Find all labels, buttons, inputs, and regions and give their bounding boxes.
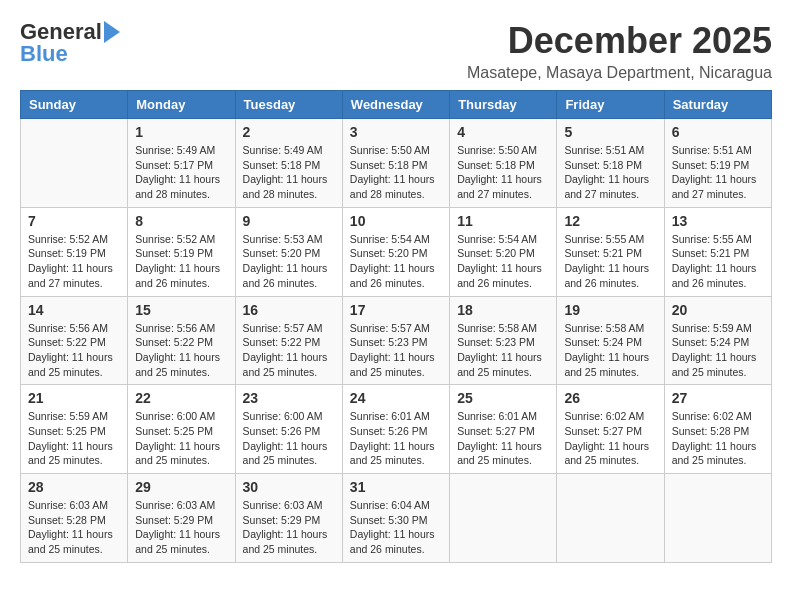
week-row-4: 21Sunrise: 5:59 AM Sunset: 5:25 PM Dayli… bbox=[21, 385, 772, 474]
cell-text: Sunrise: 5:51 AM Sunset: 5:18 PM Dayligh… bbox=[564, 143, 656, 202]
week-row-1: 1Sunrise: 5:49 AM Sunset: 5:17 PM Daylig… bbox=[21, 119, 772, 208]
cell-text: Sunrise: 5:54 AM Sunset: 5:20 PM Dayligh… bbox=[350, 232, 442, 291]
title-area: December 2025 Masatepe, Masaya Departmen… bbox=[467, 20, 772, 82]
cell-text: Sunrise: 5:59 AM Sunset: 5:25 PM Dayligh… bbox=[28, 409, 120, 468]
calendar-cell: 14Sunrise: 5:56 AM Sunset: 5:22 PM Dayli… bbox=[21, 296, 128, 385]
calendar-cell: 16Sunrise: 5:57 AM Sunset: 5:22 PM Dayli… bbox=[235, 296, 342, 385]
cell-text: Sunrise: 5:58 AM Sunset: 5:23 PM Dayligh… bbox=[457, 321, 549, 380]
cell-text: Sunrise: 5:49 AM Sunset: 5:17 PM Dayligh… bbox=[135, 143, 227, 202]
cell-text: Sunrise: 5:52 AM Sunset: 5:19 PM Dayligh… bbox=[135, 232, 227, 291]
cell-text: Sunrise: 6:03 AM Sunset: 5:29 PM Dayligh… bbox=[243, 498, 335, 557]
cell-text: Sunrise: 5:57 AM Sunset: 5:23 PM Dayligh… bbox=[350, 321, 442, 380]
day-number: 26 bbox=[564, 390, 656, 406]
cell-text: Sunrise: 5:58 AM Sunset: 5:24 PM Dayligh… bbox=[564, 321, 656, 380]
month-title: December 2025 bbox=[467, 20, 772, 62]
logo-blue: Blue bbox=[20, 43, 68, 65]
calendar-cell: 30Sunrise: 6:03 AM Sunset: 5:29 PM Dayli… bbox=[235, 474, 342, 563]
day-number: 11 bbox=[457, 213, 549, 229]
calendar-cell: 24Sunrise: 6:01 AM Sunset: 5:26 PM Dayli… bbox=[342, 385, 449, 474]
cell-text: Sunrise: 5:54 AM Sunset: 5:20 PM Dayligh… bbox=[457, 232, 549, 291]
day-number: 12 bbox=[564, 213, 656, 229]
cell-text: Sunrise: 5:52 AM Sunset: 5:19 PM Dayligh… bbox=[28, 232, 120, 291]
day-header-thursday: Thursday bbox=[450, 91, 557, 119]
calendar-cell: 23Sunrise: 6:00 AM Sunset: 5:26 PM Dayli… bbox=[235, 385, 342, 474]
day-header-saturday: Saturday bbox=[664, 91, 771, 119]
calendar-cell: 18Sunrise: 5:58 AM Sunset: 5:23 PM Dayli… bbox=[450, 296, 557, 385]
day-number: 31 bbox=[350, 479, 442, 495]
day-number: 13 bbox=[672, 213, 764, 229]
calendar-cell: 31Sunrise: 6:04 AM Sunset: 5:30 PM Dayli… bbox=[342, 474, 449, 563]
calendar-cell: 21Sunrise: 5:59 AM Sunset: 5:25 PM Dayli… bbox=[21, 385, 128, 474]
calendar-cell bbox=[450, 474, 557, 563]
week-row-2: 7Sunrise: 5:52 AM Sunset: 5:19 PM Daylig… bbox=[21, 207, 772, 296]
cell-text: Sunrise: 5:56 AM Sunset: 5:22 PM Dayligh… bbox=[135, 321, 227, 380]
calendar-cell: 15Sunrise: 5:56 AM Sunset: 5:22 PM Dayli… bbox=[128, 296, 235, 385]
day-number: 9 bbox=[243, 213, 335, 229]
calendar-cell: 10Sunrise: 5:54 AM Sunset: 5:20 PM Dayli… bbox=[342, 207, 449, 296]
day-number: 27 bbox=[672, 390, 764, 406]
day-number: 4 bbox=[457, 124, 549, 140]
cell-text: Sunrise: 6:02 AM Sunset: 5:28 PM Dayligh… bbox=[672, 409, 764, 468]
day-number: 14 bbox=[28, 302, 120, 318]
day-header-wednesday: Wednesday bbox=[342, 91, 449, 119]
calendar-cell: 3Sunrise: 5:50 AM Sunset: 5:18 PM Daylig… bbox=[342, 119, 449, 208]
cell-text: Sunrise: 5:57 AM Sunset: 5:22 PM Dayligh… bbox=[243, 321, 335, 380]
calendar-cell: 20Sunrise: 5:59 AM Sunset: 5:24 PM Dayli… bbox=[664, 296, 771, 385]
cell-text: Sunrise: 6:00 AM Sunset: 5:26 PM Dayligh… bbox=[243, 409, 335, 468]
calendar-cell: 4Sunrise: 5:50 AM Sunset: 5:18 PM Daylig… bbox=[450, 119, 557, 208]
calendar-cell bbox=[664, 474, 771, 563]
calendar-cell: 27Sunrise: 6:02 AM Sunset: 5:28 PM Dayli… bbox=[664, 385, 771, 474]
logo-general: General bbox=[20, 21, 102, 43]
day-number: 16 bbox=[243, 302, 335, 318]
day-number: 1 bbox=[135, 124, 227, 140]
day-number: 18 bbox=[457, 302, 549, 318]
day-header-monday: Monday bbox=[128, 91, 235, 119]
day-number: 30 bbox=[243, 479, 335, 495]
day-number: 15 bbox=[135, 302, 227, 318]
day-number: 7 bbox=[28, 213, 120, 229]
week-row-5: 28Sunrise: 6:03 AM Sunset: 5:28 PM Dayli… bbox=[21, 474, 772, 563]
day-number: 3 bbox=[350, 124, 442, 140]
day-number: 23 bbox=[243, 390, 335, 406]
day-number: 10 bbox=[350, 213, 442, 229]
calendar-cell: 6Sunrise: 5:51 AM Sunset: 5:19 PM Daylig… bbox=[664, 119, 771, 208]
calendar-cell: 22Sunrise: 6:00 AM Sunset: 5:25 PM Dayli… bbox=[128, 385, 235, 474]
calendar-cell: 5Sunrise: 5:51 AM Sunset: 5:18 PM Daylig… bbox=[557, 119, 664, 208]
calendar-cell: 28Sunrise: 6:03 AM Sunset: 5:28 PM Dayli… bbox=[21, 474, 128, 563]
day-header-friday: Friday bbox=[557, 91, 664, 119]
cell-text: Sunrise: 5:55 AM Sunset: 5:21 PM Dayligh… bbox=[564, 232, 656, 291]
day-number: 28 bbox=[28, 479, 120, 495]
calendar-cell: 1Sunrise: 5:49 AM Sunset: 5:17 PM Daylig… bbox=[128, 119, 235, 208]
logo: General Blue bbox=[20, 20, 120, 65]
calendar-cell: 8Sunrise: 5:52 AM Sunset: 5:19 PM Daylig… bbox=[128, 207, 235, 296]
cell-text: Sunrise: 5:56 AM Sunset: 5:22 PM Dayligh… bbox=[28, 321, 120, 380]
cell-text: Sunrise: 6:01 AM Sunset: 5:26 PM Dayligh… bbox=[350, 409, 442, 468]
cell-text: Sunrise: 5:50 AM Sunset: 5:18 PM Dayligh… bbox=[457, 143, 549, 202]
cell-text: Sunrise: 5:49 AM Sunset: 5:18 PM Dayligh… bbox=[243, 143, 335, 202]
header-row: SundayMondayTuesdayWednesdayThursdayFrid… bbox=[21, 91, 772, 119]
cell-text: Sunrise: 6:01 AM Sunset: 5:27 PM Dayligh… bbox=[457, 409, 549, 468]
cell-text: Sunrise: 6:00 AM Sunset: 5:25 PM Dayligh… bbox=[135, 409, 227, 468]
day-header-tuesday: Tuesday bbox=[235, 91, 342, 119]
day-number: 29 bbox=[135, 479, 227, 495]
cell-text: Sunrise: 6:03 AM Sunset: 5:29 PM Dayligh… bbox=[135, 498, 227, 557]
cell-text: Sunrise: 5:53 AM Sunset: 5:20 PM Dayligh… bbox=[243, 232, 335, 291]
day-number: 5 bbox=[564, 124, 656, 140]
calendar-cell bbox=[557, 474, 664, 563]
week-row-3: 14Sunrise: 5:56 AM Sunset: 5:22 PM Dayli… bbox=[21, 296, 772, 385]
day-number: 25 bbox=[457, 390, 549, 406]
day-number: 24 bbox=[350, 390, 442, 406]
calendar-table: SundayMondayTuesdayWednesdayThursdayFrid… bbox=[20, 90, 772, 563]
day-number: 22 bbox=[135, 390, 227, 406]
page-header: General Blue December 2025 Masatepe, Mas… bbox=[20, 20, 772, 82]
calendar-cell: 12Sunrise: 5:55 AM Sunset: 5:21 PM Dayli… bbox=[557, 207, 664, 296]
calendar-cell: 7Sunrise: 5:52 AM Sunset: 5:19 PM Daylig… bbox=[21, 207, 128, 296]
cell-text: Sunrise: 6:04 AM Sunset: 5:30 PM Dayligh… bbox=[350, 498, 442, 557]
day-header-sunday: Sunday bbox=[21, 91, 128, 119]
day-number: 20 bbox=[672, 302, 764, 318]
cell-text: Sunrise: 5:59 AM Sunset: 5:24 PM Dayligh… bbox=[672, 321, 764, 380]
calendar-cell: 13Sunrise: 5:55 AM Sunset: 5:21 PM Dayli… bbox=[664, 207, 771, 296]
day-number: 2 bbox=[243, 124, 335, 140]
calendar-cell: 2Sunrise: 5:49 AM Sunset: 5:18 PM Daylig… bbox=[235, 119, 342, 208]
day-number: 6 bbox=[672, 124, 764, 140]
